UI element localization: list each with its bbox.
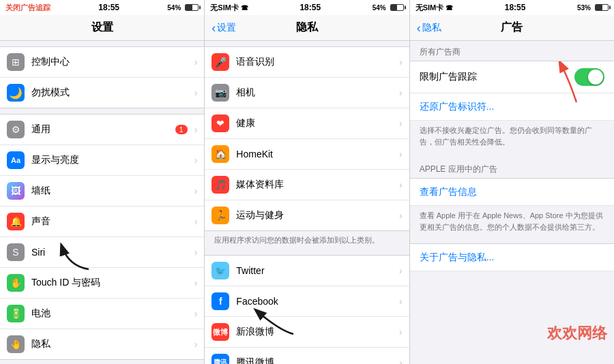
status-bar-2: 无SIM卡 ☎ 18:55 54% — [205, 0, 409, 15]
status-bar-1: 关闭广告追踪 18:55 54% — [0, 0, 204, 15]
health-icon: ❤ — [211, 115, 229, 132]
general-icon: ⚙ — [7, 121, 25, 138]
settings-item-privacy[interactable]: 🤚 隐私 › — [0, 329, 204, 359]
battery-icon-item: 🔋 — [7, 305, 25, 322]
camera-icon: 📷 — [211, 84, 229, 102]
control-center-icon: ⊞ — [7, 53, 25, 71]
close-ad-status[interactable]: 关闭广告追踪 — [5, 3, 50, 13]
privacy-section-1: 🎤 语音识别 › 📷 相机 › ❤ 健康 › 🏠 HomeKit › 🎵 — [205, 46, 409, 231]
media-icon: 🎵 — [211, 176, 229, 194]
privacy-item-weibo[interactable]: 微博 新浪微博 › — [205, 317, 409, 348]
privacy-item-twitter[interactable]: 🐦 Twitter › — [205, 256, 409, 286]
panel-ad: 无SIM卡 ☎ 18:55 53% ‹ 隐私 广告 所有广告商 限制广告跟踪 — [410, 0, 614, 364]
display-icon: Aa — [7, 151, 25, 169]
privacy-item-homekit[interactable]: 🏠 HomeKit › — [205, 139, 409, 170]
settings-item-general[interactable]: ⚙ 通用 1 › — [0, 115, 204, 145]
about-ad-link[interactable]: 关于广告与隐私... — [420, 252, 495, 262]
back-button-ad[interactable]: ‹ 隐私 — [417, 22, 441, 34]
battery-area-2: 54% — [372, 4, 404, 12]
privacy-item-motion[interactable]: 🏃 运动与健身 › — [205, 200, 409, 230]
reset-ad-id-container[interactable]: 还原广告标识符... — [410, 93, 614, 121]
privacy-item-speech[interactable]: 🎤 语音识别 › — [205, 47, 409, 78]
settings-section-2: ⚙ 通用 1 › Aa 显示与亮度 › 🖼 墙纸 › 🔔 声音 › S — [0, 114, 204, 360]
nav-title-privacy: 隐私 — [296, 20, 318, 35]
settings-content: ⊞ 控制中心 › 🌙 勿扰模式 › ⚙ 通用 1 › Aa 显示与亮度 › — [0, 41, 204, 364]
privacy-icon: 🤚 — [7, 335, 25, 353]
settings-section-1: ⊞ 控制中心 › 🌙 勿扰模式 › — [0, 46, 204, 108]
ad-section-header: 所有广告商 — [410, 41, 614, 61]
nav-title-settings: 设置 — [91, 20, 113, 35]
touchid-icon: ✋ — [7, 274, 25, 292]
settings-item-display[interactable]: Aa 显示与亮度 › — [0, 145, 204, 176]
no-sim-3: 无SIM卡 ☎ — [415, 3, 454, 13]
settings-item-wallpaper[interactable]: 🖼 墙纸 › — [0, 176, 204, 207]
ad-content: 所有广告商 限制广告跟踪 还原广告标识符... 选择不接收兴趣定位广告。您仍会收… — [410, 41, 614, 364]
panel-privacy: 无SIM卡 ☎ 18:55 54% ‹ 设置 隐私 🎤 语音识别 › 📷 相机 … — [205, 0, 409, 364]
privacy-item-facebook[interactable]: f Facebook › — [205, 286, 409, 317]
facebook-icon: f — [211, 292, 229, 310]
about-ad-privacy-container[interactable]: 关于广告与隐私... — [410, 243, 614, 271]
nav-bar-settings: 设置 — [0, 15, 204, 41]
status-bar-3: 无SIM卡 ☎ 18:55 53% — [410, 0, 614, 15]
nav-bar-privacy: ‹ 设置 隐私 — [205, 15, 409, 41]
apple-ad-section-header: APPLE 应用中的广告 — [410, 158, 614, 178]
settings-item-battery[interactable]: 🔋 电池 › — [0, 299, 204, 329]
nav-bar-ad: ‹ 隐私 广告 — [410, 15, 614, 41]
privacy-item-wechat[interactable]: 腾讯 腾讯微博 › — [205, 348, 409, 364]
view-ad-info-container[interactable]: 查看广告信息 — [410, 178, 614, 206]
panel-settings: 关闭广告追踪 18:55 54% 设置 ⊞ 控制中心 › 🌙 勿扰模式 › — [0, 0, 205, 364]
wallpaper-icon: 🖼 — [7, 182, 25, 200]
settings-item-dnd[interactable]: 🌙 勿扰模式 › — [0, 78, 204, 108]
settings-item-siri[interactable]: S Siri › — [0, 237, 204, 268]
toggle-desc: 选择不接收兴趣定位广告。您仍会收到同等数量的广告，但广告相关性会降低。 — [410, 121, 614, 153]
weibo-icon: 微博 — [211, 323, 229, 341]
view-ad-desc: 查看 Apple 用于在 Apple News、App Store 中为您提供更… — [410, 206, 614, 238]
time-1: 18:55 — [98, 3, 119, 12]
time-2: 18:55 — [299, 3, 321, 12]
privacy-item-health[interactable]: ❤ 健康 › — [205, 108, 409, 139]
motion-icon: 🏃 — [211, 207, 229, 224]
limit-ad-label: 限制广告跟踪 — [420, 71, 477, 83]
speech-icon: 🎤 — [211, 53, 229, 71]
back-button-privacy[interactable]: ‹ 设置 — [211, 22, 236, 34]
limit-ad-toggle[interactable] — [574, 68, 604, 86]
wechat-icon: 腾讯 — [211, 354, 229, 364]
homekit-icon: 🏠 — [211, 145, 229, 163]
nav-title-ad: 广告 — [501, 20, 523, 35]
sounds-icon: 🔔 — [7, 213, 25, 230]
settings-item-control-center[interactable]: ⊞ 控制中心 › — [0, 47, 204, 78]
settings-item-sounds[interactable]: 🔔 声音 › — [0, 207, 204, 237]
reset-ad-id-link[interactable]: 还原广告标识符... — [420, 101, 495, 112]
dnd-icon: 🌙 — [7, 84, 25, 102]
siri-icon: S — [7, 243, 25, 261]
view-ad-info-link[interactable]: 查看广告信息 — [420, 186, 477, 197]
settings-item-touchid[interactable]: ✋ Touch ID 与密码 › — [0, 268, 204, 299]
privacy-item-camera[interactable]: 📷 相机 › — [205, 78, 409, 108]
social-section: 🐦 Twitter › f Facebook › 微博 新浪微博 › 腾讯 腾讯… — [205, 255, 409, 364]
time-3: 18:55 — [505, 3, 526, 12]
privacy-content: 🎤 语音识别 › 📷 相机 › ❤ 健康 › 🏠 HomeKit › 🎵 — [205, 41, 409, 364]
battery-1: 54% — [167, 4, 199, 12]
ad-toggle-container: 限制广告跟踪 — [410, 61, 614, 93]
twitter-icon: 🐦 — [211, 262, 229, 279]
no-sim-2: 无SIM卡 ☎ — [210, 3, 248, 13]
battery-area-3: 53% — [577, 4, 609, 12]
privacy-item-media[interactable]: 🎵 媒体资料库 › — [205, 170, 409, 200]
privacy-note-1: 应用程序求访问您的数据时会被添加到以上类别。 — [205, 231, 409, 249]
